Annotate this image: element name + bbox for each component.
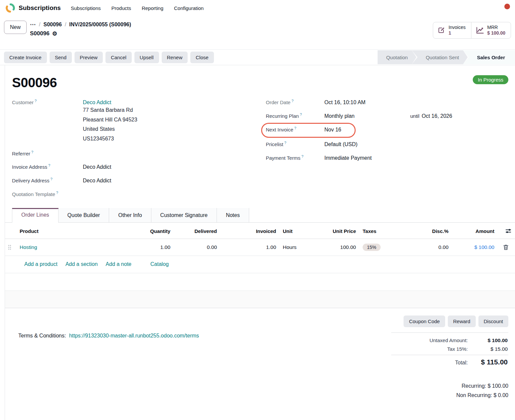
until-date-value[interactable]: Oct 16, 2026	[422, 113, 452, 119]
terms-link[interactable]: https://91323030-master-all.runbot255.od…	[69, 333, 199, 338]
order-date-value[interactable]: Oct 16, 10:10 AM	[324, 100, 366, 105]
tab-customer-signature[interactable]: Customer Signature	[151, 208, 217, 222]
notification-dot-icon[interactable]	[504, 4, 510, 9]
upsell-button[interactable]: Upsell	[134, 52, 159, 63]
unit-price-cell[interactable]: 100.00	[318, 244, 358, 250]
coupon-code-button[interactable]: Coupon Code	[404, 315, 445, 327]
product-link[interactable]: Hosting	[20, 244, 37, 250]
tab-order-lines[interactable]: Order Lines	[12, 208, 59, 223]
status-step-sales-order[interactable]: Sales Order	[463, 50, 515, 64]
gear-icon[interactable]: ⚙	[52, 31, 57, 37]
tab-other-info[interactable]: Other Info	[109, 208, 151, 222]
status-step-quotation[interactable]: Quotation	[378, 50, 417, 64]
pricelist-value[interactable]: Default (USD)	[324, 141, 358, 147]
help-icon: ?	[301, 154, 303, 158]
address-line: United States	[83, 124, 137, 134]
help-icon: ?	[291, 99, 293, 103]
table-footer-links: Add a product Add a section Add a note C…	[5, 256, 515, 273]
amount-cell[interactable]: $ 100.00	[474, 244, 494, 250]
help-icon: ?	[31, 150, 33, 154]
sliders-icon[interactable]	[505, 228, 512, 234]
form-sheet: S00096 In Progress Customer? Deco Addict…	[5, 65, 515, 420]
recurring-value: $ 100.00	[488, 383, 508, 389]
quotation-template-label: Quotation Template?	[12, 191, 83, 197]
nav-menus: Subscriptions Products Reporting Configu…	[71, 5, 204, 11]
add-section-link[interactable]: Add a section	[66, 261, 98, 267]
help-icon: ?	[284, 141, 286, 145]
tab-quote-builder[interactable]: Quote Builder	[59, 208, 109, 222]
invoiced-cell[interactable]: 1.00	[219, 244, 278, 250]
field-next-invoice: Next Invoice? Nov 16	[266, 126, 508, 133]
new-button[interactable]: New	[4, 21, 27, 34]
trash-icon[interactable]	[496, 244, 515, 250]
add-product-link[interactable]: Add a product	[24, 261, 58, 267]
notebook-tabs: Order Lines Quote Builder Other Info Cus…	[5, 208, 515, 223]
invoices-stat-button[interactable]: Invoices 1	[433, 22, 471, 38]
pencil-square-icon	[437, 26, 445, 34]
mrr-stat-button[interactable]: MRR $ 100.00	[471, 22, 511, 38]
col-product: Product	[14, 228, 121, 234]
total-label: Total:	[455, 360, 468, 366]
address-line: US12345673	[83, 134, 137, 144]
field-recurring-plan: Recurring Plan? Monthly plan until Oct 1…	[266, 112, 508, 119]
total-row: Total: $ 115.00	[391, 355, 508, 368]
fields-right-column: Order Date? Oct 16, 10:10 AM Recurring P…	[260, 99, 508, 204]
send-button[interactable]: Send	[50, 52, 72, 63]
customer-address: 77 Santa Barbara Rd Pleasant Hill CA 945…	[83, 105, 137, 143]
help-icon: ?	[48, 163, 50, 167]
reward-button[interactable]: Reward	[448, 315, 476, 327]
col-invoiced: Invoiced	[219, 228, 278, 234]
cancel-button[interactable]: Cancel	[105, 52, 132, 63]
nav-menu-reporting[interactable]: Reporting	[142, 5, 163, 11]
breadcrumb-ellipsis[interactable]: ⋯	[30, 21, 36, 28]
unit-cell[interactable]: Hours	[278, 244, 318, 250]
delivered-cell[interactable]: 0.00	[172, 244, 219, 250]
help-icon: ?	[51, 177, 53, 181]
breadcrumb-item-invoice[interactable]: INV/2025/00055 (S00096)	[69, 22, 131, 28]
section-separator-band	[5, 291, 515, 308]
help-icon: ?	[294, 126, 296, 130]
breadcrumb-item-s00096[interactable]: S00096	[43, 22, 62, 28]
tax-label: Tax 15%:	[447, 346, 468, 352]
statusbar: Quotation Quotation Sent Sales Order	[378, 50, 515, 64]
referrer-label: Referrer?	[12, 150, 83, 156]
col-taxes: Taxes	[358, 228, 414, 234]
add-note-link[interactable]: Add a note	[106, 261, 131, 267]
tab-notes[interactable]: Notes	[217, 208, 249, 222]
quantity-cell[interactable]: 1.00	[121, 244, 172, 250]
totals-table: Untaxed Amount: $ 100.00 Tax 15%: $ 15.0…	[391, 332, 508, 368]
close-button[interactable]: Close	[190, 52, 214, 63]
terms-label: Terms & Conditions:	[18, 333, 66, 338]
next-invoice-value[interactable]: Nov 16	[324, 127, 341, 133]
disc-cell[interactable]: 0.00	[414, 244, 450, 250]
nav-menu-configuration[interactable]: Configuration	[174, 5, 204, 11]
invoice-address-value[interactable]: Deco Addict	[83, 164, 111, 170]
payment-terms-value[interactable]: Immediate Payment	[324, 155, 372, 161]
table-header-row: Product Quantity Delivered Invoiced Unit…	[5, 223, 515, 239]
nav-menu-subscriptions[interactable]: Subscriptions	[71, 5, 101, 11]
address-line: Pleasant Hill CA 94523	[83, 115, 137, 125]
recurring-plan-value[interactable]: Monthly plan	[324, 113, 410, 119]
delivery-address-value[interactable]: Deco Addict	[83, 178, 111, 184]
status-step-quotation-sent[interactable]: Quotation Sent	[412, 50, 468, 64]
renew-button[interactable]: Renew	[162, 52, 188, 63]
empty-row-area	[5, 273, 515, 291]
invoices-count: 1	[448, 30, 465, 36]
field-customer: Customer? Deco Addict 77 Santa Barbara R…	[12, 99, 260, 143]
nav-menu-products[interactable]: Products	[111, 5, 131, 11]
col-disc: Disc.%	[414, 228, 450, 234]
preview-button[interactable]: Preview	[75, 52, 103, 63]
col-amount: Amount	[475, 228, 494, 234]
col-quantity: Quantity	[121, 228, 172, 234]
recurring-label: Recurring:	[461, 383, 486, 389]
table-row: Hosting 1.00 0.00 1.00 Hours 100.00 15% …	[5, 239, 515, 256]
help-icon: ?	[35, 99, 37, 103]
tax-pill[interactable]: 15%	[363, 244, 381, 251]
customer-link[interactable]: Deco Addict	[83, 100, 137, 105]
discount-button[interactable]: Discount	[478, 315, 508, 327]
create-invoice-button[interactable]: Create Invoice	[4, 52, 47, 63]
invoice-address-label: Invoice Address?	[12, 163, 83, 170]
catalog-link[interactable]: Catalog	[150, 261, 169, 267]
app-name[interactable]: Subscriptions	[19, 4, 61, 12]
drag-handle[interactable]	[5, 245, 14, 250]
